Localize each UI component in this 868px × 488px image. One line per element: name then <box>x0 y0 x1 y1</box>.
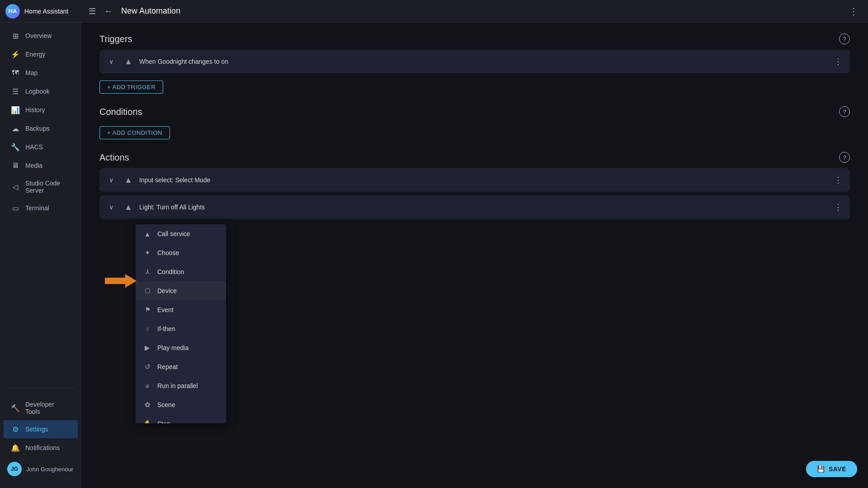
back-button[interactable]: ← <box>101 4 116 19</box>
dropdown-item-device[interactable]: ⬡Device <box>136 281 226 300</box>
action-dropdown-container: ▲Call service✦Choose⅄Condition⬡Device⚑Ev… <box>136 224 850 423</box>
action-more-1[interactable]: ⋮ <box>832 201 844 213</box>
dropdown-item-label-if-then: If-then <box>157 325 175 332</box>
device-icon: ⬡ <box>143 286 152 295</box>
save-icon: 💾 <box>817 465 825 473</box>
dropdown-item-scene[interactable]: ✿Scene <box>136 395 226 414</box>
sidebar-item-label-history: History <box>25 106 45 114</box>
dropdown-item-label-run-in-parallel: Run in parallel <box>157 382 198 389</box>
sidebar-item-studio-code-server[interactable]: ◁Studio Code Server <box>4 175 78 199</box>
dropdown-item-event[interactable]: ⚑Event <box>136 300 226 319</box>
choose-icon: ✦ <box>143 248 152 257</box>
settings-icon: ⚙ <box>11 425 20 434</box>
conditions-title: Conditions <box>99 107 142 117</box>
dropdown-item-if-then[interactable]: ⑂If-then <box>136 319 226 338</box>
stop-icon: ✋ <box>143 419 152 423</box>
dropdown-item-label-call-service: Call service <box>157 230 190 237</box>
conditions-header: Conditions ? <box>99 106 850 117</box>
add-trigger-button[interactable]: + ADD TRIGGER <box>99 81 163 94</box>
event-icon: ⚑ <box>143 305 152 314</box>
sidebar-item-media[interactable]: 🖥Media <box>4 156 78 175</box>
sidebar-item-notifications[interactable]: 🔔 Notifications <box>4 439 78 457</box>
trigger-icon-0: ▲ <box>121 54 136 69</box>
dropdown-item-choose[interactable]: ✦Choose <box>136 243 226 262</box>
action-more-0[interactable]: ⋮ <box>832 174 844 186</box>
terminal-icon: ▭ <box>11 204 20 213</box>
action-card-0: ∨ ▲ Input select: Select Mode ⋮ <box>99 168 850 192</box>
if-then-icon: ⑂ <box>143 324 152 333</box>
sidebar-item-overview[interactable]: ⊞Overview <box>4 27 78 45</box>
triggers-title: Triggers <box>99 34 132 44</box>
sidebar-item-developer-tools[interactable]: 🔨Developer Tools <box>4 396 78 420</box>
bell-icon: 🔔 <box>11 443 20 452</box>
main: ☰ ← New Automation ⋮ Triggers ? ∨ ▲ When… <box>81 0 868 488</box>
action-card-1: ∨ ▲ Light: Turn off All Lights ⋮ <box>99 195 850 219</box>
svg-marker-0 <box>105 274 137 288</box>
trigger-expand-0[interactable]: ∨ <box>105 55 118 68</box>
page-title: New Automation <box>121 6 841 16</box>
dropdown-item-label-event: Event <box>157 306 174 313</box>
action-icon-0: ▲ <box>121 173 136 187</box>
sidebar-title: Home Assistant <box>24 8 68 15</box>
action-expand-1[interactable]: ∨ <box>105 201 118 213</box>
topbar: ☰ ← New Automation ⋮ <box>81 0 868 23</box>
run-in-parallel-icon: ≡ <box>143 381 152 390</box>
action-expand-0[interactable]: ∨ <box>105 174 118 186</box>
sidebar-logo: HA <box>5 4 20 19</box>
action-label-0: Input select: Select Mode <box>139 176 832 184</box>
scene-icon: ✿ <box>143 400 152 409</box>
sidebar-item-history[interactable]: 📊History <box>4 101 78 119</box>
dropdown-item-play-media[interactable]: ▶Play media <box>136 338 226 357</box>
sidebar-item-terminal[interactable]: ▭Terminal <box>4 199 78 217</box>
media-icon: 🖥 <box>11 161 20 170</box>
actions-header: Actions ? <box>99 152 850 163</box>
add-condition-button[interactable]: + ADD CONDITION <box>99 126 170 139</box>
action-type-dropdown: ▲Call service✦Choose⅄Condition⬡Device⚑Ev… <box>136 224 226 423</box>
dropdown-item-label-repeat: Repeat <box>157 363 178 370</box>
more-button[interactable]: ⋮ <box>846 4 861 19</box>
dropdown-item-condition[interactable]: ⅄Condition <box>136 262 226 281</box>
overview-icon: ⊞ <box>11 31 20 40</box>
developer-tools-icon: 🔨 <box>11 403 20 412</box>
arrow-pointer <box>105 274 137 289</box>
sidebar-footer: 🔨Developer Tools⚙Settings 🔔 Notification… <box>0 392 81 488</box>
dropdown-item-label-stop: Stop <box>157 420 170 423</box>
action-icon-1: ▲ <box>121 200 136 214</box>
user-item[interactable]: JG John Goughenour <box>0 457 81 481</box>
studio-code-server-icon: ◁ <box>11 182 20 191</box>
hamburger-icon[interactable]: ☰ <box>89 6 96 16</box>
dropdown-item-repeat[interactable]: ↺Repeat <box>136 357 226 376</box>
dropdown-item-call-service[interactable]: ▲Call service <box>136 224 226 243</box>
dropdown-item-label-choose: Choose <box>157 249 179 256</box>
sidebar-item-label-terminal: Terminal <box>25 204 49 212</box>
sidebar-item-label-developer-tools: Developer Tools <box>25 401 71 415</box>
dropdown-item-label-condition: Condition <box>157 268 184 275</box>
user-name: John Goughenour <box>26 466 73 473</box>
conditions-section: Conditions ? + ADD CONDITION <box>99 106 850 139</box>
dropdown-item-label-device: Device <box>157 287 177 294</box>
conditions-help-icon[interactable]: ? <box>839 106 850 117</box>
sidebar-item-backups[interactable]: ☁Backups <box>4 119 78 137</box>
sidebar-item-label-map: Map <box>25 69 38 76</box>
sidebar-item-hacs[interactable]: 🔧HACS <box>4 138 78 156</box>
trigger-more-0[interactable]: ⋮ <box>832 55 844 68</box>
triggers-header: Triggers ? <box>99 33 850 44</box>
condition-icon: ⅄ <box>143 267 152 276</box>
dropdown-item-run-in-parallel[interactable]: ≡Run in parallel <box>136 376 226 395</box>
play-media-icon: ▶ <box>143 343 152 352</box>
actions-help-icon[interactable]: ? <box>839 152 850 163</box>
sidebar-item-notifications-label: Notifications <box>25 444 60 451</box>
sidebar-item-settings[interactable]: ⚙Settings <box>4 420 78 438</box>
dropdown-item-stop[interactable]: ✋Stop <box>136 414 226 423</box>
triggers-section: Triggers ? ∨ ▲ When Goodnight changes to… <box>99 33 850 94</box>
call-service-icon: ▲ <box>143 229 152 238</box>
map-icon: 🗺 <box>11 68 20 77</box>
save-button[interactable]: 💾 SAVE <box>806 461 857 477</box>
sidebar-item-logbook[interactable]: ☰Logbook <box>4 82 78 100</box>
sidebar-item-map[interactable]: 🗺Map <box>4 64 78 82</box>
logbook-icon: ☰ <box>11 87 20 96</box>
sidebar-item-energy[interactable]: ⚡Energy <box>4 45 78 63</box>
sidebar-item-label-backups: Backups <box>25 125 50 132</box>
triggers-help-icon[interactable]: ? <box>839 33 850 44</box>
sidebar-item-label-hacs: HACS <box>25 143 43 151</box>
